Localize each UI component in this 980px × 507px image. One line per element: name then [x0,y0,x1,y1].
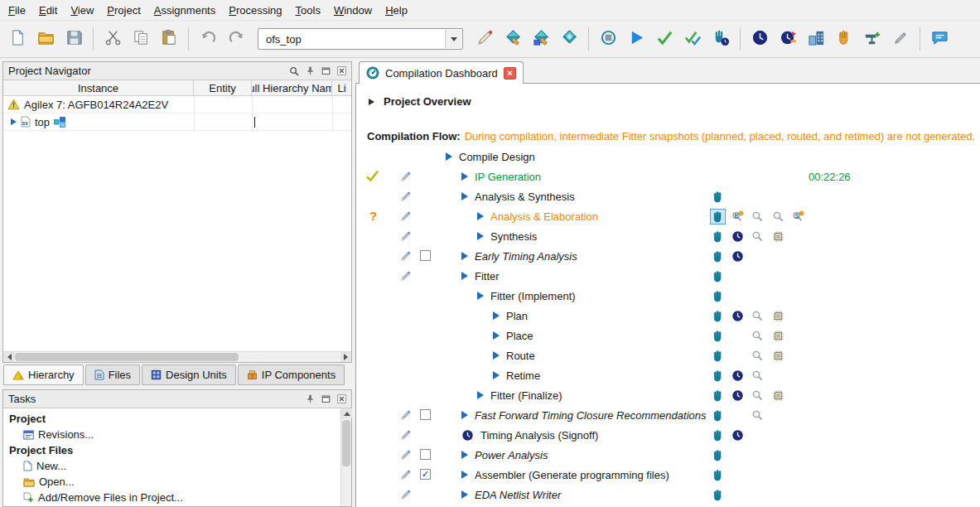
undo-button[interactable] [195,26,221,52]
save-button[interactable] [60,26,87,52]
float-icon[interactable] [319,393,332,406]
step-eda-netlist-writer[interactable]: EDA Netlist Writer [356,485,980,505]
report-icon[interactable] [751,309,765,323]
netlist-viewer-icon[interactable] [771,349,785,363]
redo-button[interactable] [223,26,249,52]
time-report-icon[interactable] [731,389,745,403]
pin-planner-button[interactable] [528,26,554,52]
comments-button[interactable] [926,26,953,52]
step-plan[interactable]: Plan [356,306,980,326]
menu-assignments[interactable]: Assignments [147,1,222,20]
menu-view[interactable]: View [64,1,100,20]
scroll-left-button[interactable] [3,352,14,362]
start-analysis-elaboration-button[interactable] [679,26,706,52]
menu-edit[interactable]: Edit [32,1,64,20]
edit-assignments-icon[interactable] [400,270,412,284]
step-route[interactable]: Route [356,345,980,365]
task-open[interactable]: Open... [3,474,340,490]
assignment-editor-button[interactable] [471,26,498,52]
expand-icon[interactable] [461,272,468,280]
timing-report-button[interactable] [775,26,801,52]
time-report-icon[interactable] [731,229,745,244]
tab-ip-components[interactable]: IP Components [238,365,345,385]
tab-close-icon[interactable]: × [504,67,516,80]
revision-combobox[interactable]: ofs_top [258,28,463,50]
run-hand-icon[interactable] [711,269,725,283]
column-instance[interactable]: Instance [3,80,194,95]
chip-planner-button[interactable] [803,26,829,52]
menu-tools[interactable]: Tools [289,1,327,20]
step-analysis-elaboration[interactable]: ?Analysis & ElaborationES [356,206,980,226]
run-hand-icon[interactable] [711,428,725,442]
edit-assignments-icon[interactable] [400,429,412,443]
time-report-icon[interactable] [731,249,745,263]
tasks-vertical-scrollbar[interactable] [340,408,351,506]
column-full-hierarchy-name[interactable]: ull Hierarchy Nam [252,80,332,95]
run-hand-icon[interactable] [711,448,725,462]
step-assembler-generate-programming-files[interactable]: ✓Assembler (Generate programming files) [356,465,980,485]
report-icon[interactable] [771,210,785,224]
run-hand-icon[interactable] [711,229,725,244]
task-project-files[interactable]: Project Files [3,442,340,458]
expand-icon[interactable] [446,152,452,161]
run-hand-icon[interactable] [711,289,725,303]
menu-window[interactable]: Window [327,1,379,20]
expand-icon[interactable] [493,371,500,379]
collapse-icon[interactable] [369,99,374,105]
report-icon[interactable] [751,408,765,422]
expand-icon[interactable] [493,311,500,320]
run-hand-icon[interactable] [711,389,725,403]
scroll-right-button[interactable] [340,352,351,362]
tab-files[interactable]: Files [85,365,140,385]
menu-help[interactable]: Help [379,1,414,20]
copy-button[interactable] [128,26,154,52]
run-hand-icon[interactable] [711,488,725,502]
step-analysis-synthesis[interactable]: Analysis & Synthesis [356,186,980,206]
step-fast-forward-timing-closure-recommendations[interactable]: Fast Forward Timing Closure Recommendati… [356,405,980,425]
expand-icon[interactable] [461,252,468,260]
edit-assignments-icon[interactable] [400,191,412,205]
synthesis-report-icon[interactable]: S [791,210,805,224]
run-hand-icon[interactable] [711,408,725,422]
step-fitter[interactable]: Fitter [356,266,980,286]
expand-icon[interactable] [477,212,484,220]
menu-processing[interactable]: Processing [222,1,288,20]
step-place[interactable]: Place [356,326,980,345]
step-ip-generation[interactable]: IP Generation00:22:26 [356,167,980,186]
column-entity[interactable]: Entity [194,80,252,95]
search-icon[interactable] [287,65,301,78]
netlist-viewer-icon[interactable] [771,309,785,323]
time-report-icon[interactable] [731,369,745,383]
netlist-viewer-icon[interactable] [771,229,785,244]
run-hand-icon[interactable] [711,249,725,263]
compile-design-button[interactable] [556,26,582,52]
elaboration-report-icon[interactable]: E [731,210,745,224]
report-icon[interactable] [751,210,765,224]
run-hand-icon[interactable] [711,349,725,363]
expand-icon[interactable] [477,232,484,240]
close-icon[interactable] [335,65,348,78]
edit-assignments-icon[interactable] [400,409,412,423]
stop-processing-button[interactable] [595,26,621,52]
scrollbar-thumb[interactable] [342,420,350,466]
enable-checkbox[interactable]: ✓ [420,469,431,480]
scroll-up-button[interactable] [341,408,352,418]
enable-checkbox[interactable] [420,409,431,420]
expand-icon[interactable] [461,192,468,200]
project-overview-section[interactable]: Project Overview [369,95,471,108]
expand-icon[interactable] [493,331,500,340]
report-icon[interactable] [751,389,765,403]
expand-icon[interactable] [461,411,468,419]
time-report-icon[interactable] [731,309,745,323]
tab-compilation-dashboard[interactable]: Compilation Dashboard × [359,61,524,84]
run-hand-icon[interactable] [711,468,725,482]
open-file-button[interactable] [32,26,59,52]
task-new[interactable]: New... [3,458,340,474]
step-early-timing-analysis[interactable]: Early Timing Analysis [356,246,980,266]
edit-assignments-icon[interactable] [400,250,412,264]
expand-icon[interactable] [461,471,468,479]
cut-button[interactable] [99,26,126,52]
expand-icon[interactable] [493,351,500,360]
run-hand-icon[interactable] [711,190,725,204]
expand-icon[interactable] [461,490,468,499]
